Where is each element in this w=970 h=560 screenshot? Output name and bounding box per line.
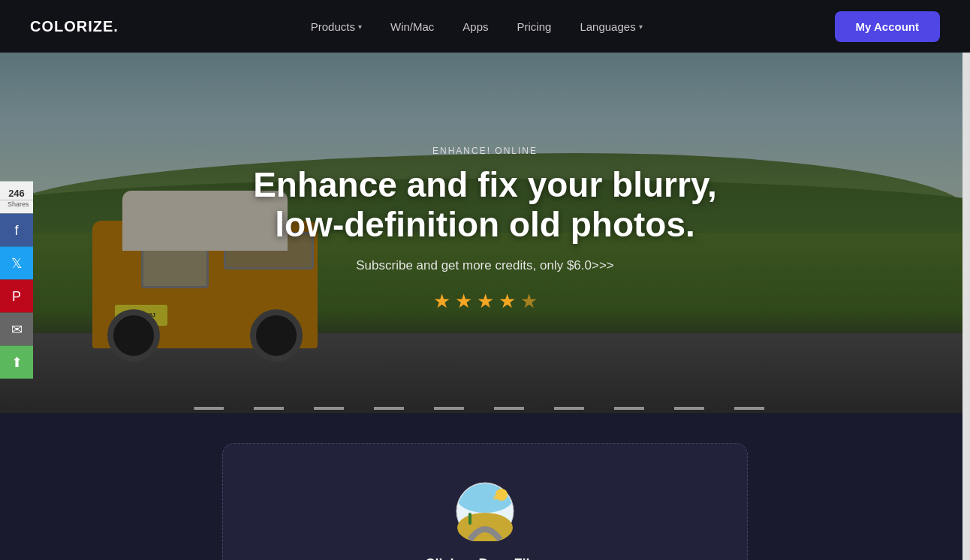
svg-rect-5: [468, 513, 471, 525]
hero-title: Enhance and fix your blurry, low-definit…: [222, 165, 748, 245]
nav-links: Products ▾ Win/Mac Apps Pricing Language…: [300, 14, 653, 39]
nav-winmac[interactable]: Win/Mac: [380, 14, 444, 39]
hero-section: UAR 588J ENHANCE! ONLINE Enhance and fix…: [0, 53, 970, 413]
scrollbar[interactable]: [962, 0, 970, 560]
twitter-share-button[interactable]: 𝕏: [0, 247, 33, 280]
upload-section: Click or Drop Files Less than 5MB, 3000×…: [0, 413, 970, 560]
my-account-button[interactable]: My Account: [835, 11, 940, 42]
email-share-button[interactable]: ✉: [0, 313, 33, 346]
star-3: ★: [477, 290, 494, 313]
star-1: ★: [433, 290, 450, 313]
star-2: ★: [455, 290, 472, 313]
facebook-share-button[interactable]: f: [0, 214, 33, 247]
star-4: ★: [499, 290, 516, 313]
chevron-down-icon: ▾: [358, 23, 362, 31]
upload-landscape-icon: [455, 481, 515, 541]
upload-title: Click or Drop Files: [425, 556, 544, 560]
hero-content: ENHANCE! ONLINE Enhance and fix your blu…: [222, 146, 748, 313]
main-nav: COLORIZE. Products ▾ Win/Mac Apps Pricin…: [0, 0, 970, 53]
pinterest-share-button[interactable]: P: [0, 280, 33, 313]
brand-logo: COLORIZE.: [30, 18, 119, 35]
nav-languages[interactable]: Languages ▾: [569, 14, 652, 39]
hero-star-rating: ★ ★ ★ ★ ★: [222, 290, 748, 313]
share-count: 246: [0, 182, 33, 200]
star-5: ★: [520, 290, 538, 313]
nav-apps[interactable]: Apps: [452, 14, 499, 39]
chevron-down-icon: ▾: [639, 23, 643, 31]
hero-subtitle[interactable]: Subscribe and get more credits, only $6.…: [222, 258, 748, 273]
social-share-bar: 246 Shares f 𝕏 P ✉ ⬆: [0, 182, 33, 379]
shares-label: Shares: [0, 200, 33, 214]
nav-pricing[interactable]: Pricing: [507, 14, 562, 39]
hero-eyebrow: ENHANCE! ONLINE: [222, 146, 748, 156]
general-share-button[interactable]: ⬆: [0, 346, 33, 379]
svg-point-6: [493, 495, 498, 500]
nav-products[interactable]: Products ▾: [300, 14, 372, 39]
upload-dropzone[interactable]: Click or Drop Files Less than 5MB, 3000×…: [222, 443, 748, 560]
